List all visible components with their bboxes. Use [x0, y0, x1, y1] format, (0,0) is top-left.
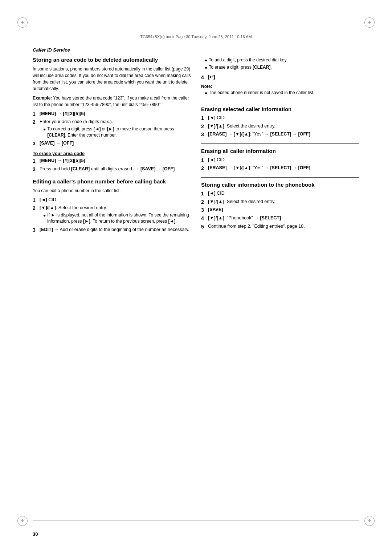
- bullet-add-digit: ● To add a digit, press the desired dial…: [205, 57, 359, 64]
- sub-heading-erase-area-code: To erase your area code: [33, 151, 191, 156]
- bullet-text: To correct a digit, press [◄] or [►] to …: [47, 126, 191, 139]
- step-content: [◄] CID: [208, 157, 359, 164]
- sec3-step-3: 3 [ERASE] → [▼]/[▲]: "Yes" → [SELECT] → …: [201, 131, 359, 138]
- sec3-steps: 1 [◄] CID 2 [▼]/[▲]: Select the desired …: [201, 115, 359, 138]
- step-num: 2: [33, 205, 38, 225]
- note-bullet-item: ● The edited phone number is not saved i…: [205, 90, 359, 96]
- section-store-phonebook: Storing caller information to the phoneb…: [201, 181, 359, 230]
- divider-1: [201, 102, 359, 102]
- step-content: [MENU] → [#][2][5][5]: [40, 158, 191, 165]
- bullet-dot: ●: [205, 65, 207, 71]
- sec2-heading: Editing a caller's phone number before c…: [33, 178, 191, 185]
- step-1-1: 1 [MENU] → [#][2][5][5]: [33, 111, 191, 118]
- sub-step-2: 2 Press and hold [CLEAR] until all digit…: [33, 166, 191, 173]
- page-number: 30: [33, 531, 38, 537]
- sec2-steps: 1 [◄] CID 2 [▼]/[▲]: Select the desired …: [33, 197, 191, 234]
- header-bar: TG654xBX(e) book Page 30 Tuesday, June 2…: [33, 33, 359, 39]
- step-num: 1: [33, 158, 38, 165]
- sec5-step-2: 2 [▼]/[▲]: Select the desired entry.: [201, 199, 359, 206]
- step-content: [↩]: [208, 74, 359, 81]
- step-num: 2: [201, 165, 206, 172]
- sec4-steps: 1 [◄] CID 2 [ERASE] → [▼]/[▲]: "Yes" → […: [201, 157, 359, 172]
- divider-2: [201, 143, 359, 144]
- reg-mark-bl: [17, 516, 28, 526]
- step-num: 5: [201, 223, 206, 231]
- step-bullets: ● To correct a digit, press [◄] or [►] t…: [43, 126, 191, 139]
- sec1-heading: Storing an area code to be deleted autom…: [33, 56, 191, 64]
- note-text: The edited phone number is not saved in …: [209, 90, 314, 96]
- reg-mark-br: [364, 516, 375, 526]
- step-content: [▼]/[▲]: Select the desired entry. ● If …: [40, 205, 191, 225]
- sec2-step-2: 2 [▼]/[▲]: Select the desired entry. ● I…: [33, 205, 191, 225]
- sec4-step-1: 1 [◄] CID: [201, 157, 359, 164]
- sec1-body2: Example: You have stored the area code "…: [33, 95, 191, 108]
- section-editing-phone: Editing a caller's phone number before c…: [33, 178, 191, 234]
- step-text: [SAVE] → [OFF]: [40, 141, 74, 146]
- sec1-body2-label: Example:: [33, 96, 52, 101]
- step-text: [MENU] → [#][2][5][5]: [40, 158, 85, 163]
- step-num: 1: [201, 115, 206, 122]
- step-content: [◄] CID: [40, 197, 191, 204]
- sec1-body2-text: You have stored the area code "123". If …: [33, 96, 189, 107]
- section-erase-selected: Erasing selected caller information 1 [◄…: [201, 106, 359, 138]
- step-content: [▼]/[▲]: Select the desired entry.: [208, 123, 359, 130]
- note-box: Note: ● The edited phone number is not s…: [201, 84, 359, 96]
- section-erase-all: Erasing all caller information 1 [◄] CID…: [201, 147, 359, 172]
- reg-mark-tl: [17, 17, 28, 28]
- step-content: Continue from step 2, "Editing entries",…: [208, 223, 359, 231]
- sec1-steps: 1 [MENU] → [#][2][5][5] 2 Enter your are…: [33, 111, 191, 147]
- erase-area-code-steps: 1 [MENU] → [#][2][5][5] 2 Press and hold…: [33, 158, 191, 173]
- step-content: [EDIT] → Add or erase digits to the begi…: [40, 227, 191, 234]
- reg-mark-tr: [364, 17, 375, 28]
- step-num: 2: [201, 199, 206, 206]
- step-num: 1: [201, 157, 206, 164]
- sec5-step-1: 1 [◄] CID: [201, 190, 359, 198]
- step-num: 3: [201, 131, 206, 138]
- step-num: 1: [201, 190, 206, 198]
- step-num: 2: [33, 119, 38, 139]
- sec5-step-5: 5 Continue from step 2, "Editing entries…: [201, 223, 359, 231]
- bullet-erase-digit: ● To erase a digit, press [CLEAR].: [205, 64, 359, 71]
- bullet-item: ● If ► is displayed, not all of the info…: [43, 212, 191, 225]
- step-content: [SAVE]: [208, 207, 359, 214]
- step-num: 4: [201, 215, 206, 222]
- step-content: [MENU] → [#][2][5][5]: [40, 111, 191, 118]
- sec4-step-2: 2 [ERASE] → [▼]/[▲]: "Yes" → [SELECT] → …: [201, 165, 359, 172]
- step-content: Press and hold [CLEAR] until all digits …: [40, 166, 191, 173]
- step-text: [MENU] → [#][2][5][5]: [40, 111, 85, 116]
- header-text: TG654xBX(e) book Page 30 Tuesday, June 2…: [140, 35, 252, 39]
- sec5-steps: 1 [◄] CID 2 [▼]/[▲]: Select the desired …: [201, 190, 359, 230]
- left-column: Storing an area code to be deleted autom…: [33, 56, 191, 239]
- continued-bullets: ● To add a digit, press the desired dial…: [205, 57, 359, 71]
- page: TG654xBX(e) book Page 30 Tuesday, June 2…: [0, 0, 392, 555]
- note-title: Note:: [201, 84, 359, 89]
- sec2-step-3: 3 [EDIT] → Add or erase digits to the be…: [33, 227, 191, 234]
- step-num: 4: [201, 74, 206, 81]
- step-content: [SAVE] → [OFF]: [40, 140, 191, 147]
- step-num: 3: [201, 207, 206, 214]
- right-column: ● To add a digit, press the desired dial…: [201, 56, 359, 239]
- step-4: 4 [↩]: [201, 74, 359, 81]
- bullet-text: To erase a digit, press [CLEAR].: [209, 64, 271, 71]
- step-num: 2: [201, 123, 206, 130]
- sec5-step-4: 4 [▼]/[▲]: "Phonebook" → [SELECT]: [201, 215, 359, 222]
- sec2-body: You can edit a phone number in the calle…: [33, 187, 191, 194]
- step-content: [ERASE] → [▼]/[▲]: "Yes" → [SELECT] → [O…: [208, 165, 359, 172]
- step-num: 1: [33, 197, 38, 204]
- bullet-text: If ► is displayed, not all of the inform…: [47, 212, 191, 225]
- step-content: Enter your area code (5 digits max.). ● …: [40, 119, 191, 139]
- step-1-2: 2 Enter your area code (5 digits max.). …: [33, 119, 191, 139]
- step-content: [▼]/[▲]: "Phonebook" → [SELECT]: [208, 215, 359, 222]
- main-content: Caller ID Service Storing an area code t…: [33, 47, 359, 519]
- sec3-heading: Erasing selected caller information: [201, 106, 359, 113]
- bottom-rule: [33, 520, 359, 520]
- section-storing-area-code: Storing an area code to be deleted autom…: [33, 56, 191, 173]
- sub-step-1: 1 [MENU] → [#][2][5][5]: [33, 158, 191, 165]
- sec1-body1: In some situations, phone numbers stored…: [33, 66, 191, 92]
- section-title: Caller ID Service: [33, 47, 359, 53]
- step-bullets: ● If ► is displayed, not all of the info…: [43, 212, 191, 225]
- sec2-step-1: 1 [◄] CID: [33, 197, 191, 204]
- step-1-3: 3 [SAVE] → [OFF]: [33, 140, 191, 147]
- bullet-item: ● To correct a digit, press [◄] or [►] t…: [43, 126, 191, 139]
- note-bullets: ● The edited phone number is not saved i…: [205, 90, 359, 96]
